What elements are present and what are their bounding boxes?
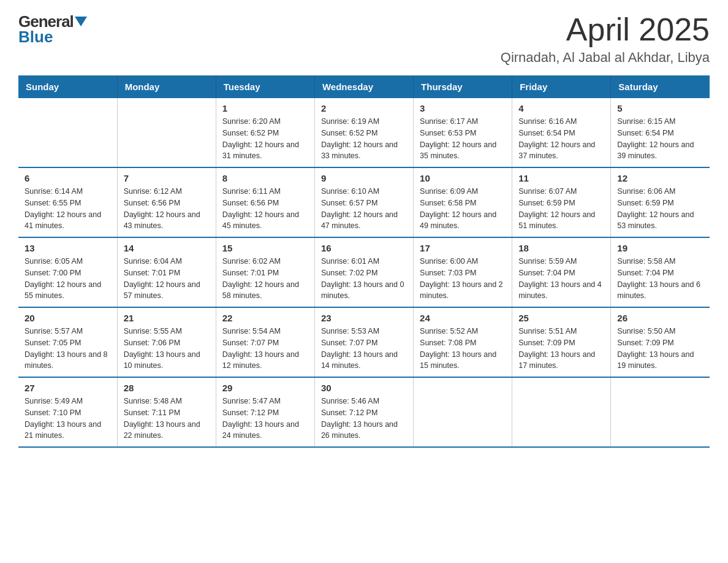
day-number: 17 [420, 243, 506, 253]
day-info: Sunrise: 6:19 AMSunset: 6:52 PMDaylight:… [321, 116, 407, 162]
day-number: 12 [617, 173, 703, 183]
day-number: 11 [518, 173, 604, 183]
calendar-cell: 13Sunrise: 6:05 AMSunset: 7:00 PMDayligh… [18, 237, 117, 307]
day-number: 13 [25, 243, 111, 253]
day-of-week-header: Monday [117, 75, 216, 98]
day-info: Sunrise: 5:48 AMSunset: 7:11 PMDaylight:… [124, 396, 210, 442]
day-info: Sunrise: 5:47 AMSunset: 7:12 PMDaylight:… [222, 396, 308, 442]
day-of-week-header: Sunday [18, 75, 117, 98]
calendar-header-row: SundayMondayTuesdayWednesdayThursdayFrid… [18, 75, 710, 98]
logo-blue-text: Blue [18, 29, 53, 45]
page-header: General Blue April 2025 Qirnadah, Al Jab… [18, 12, 710, 66]
day-of-week-header: Thursday [414, 75, 512, 98]
title-block: April 2025 Qirnadah, Al Jabal al Akhdar,… [501, 12, 710, 66]
day-number: 27 [25, 383, 111, 393]
logo: General Blue [18, 12, 87, 45]
day-info: Sunrise: 5:55 AMSunset: 7:06 PMDaylight:… [124, 326, 210, 372]
day-of-week-header: Wednesday [314, 75, 413, 98]
calendar-cell: 26Sunrise: 5:50 AMSunset: 7:09 PMDayligh… [611, 307, 710, 377]
day-number: 3 [420, 103, 506, 113]
day-number: 4 [518, 103, 604, 113]
day-number: 19 [617, 243, 703, 253]
day-number: 6 [25, 173, 111, 183]
day-info: Sunrise: 5:58 AMSunset: 7:04 PMDaylight:… [617, 256, 703, 302]
day-info: Sunrise: 5:59 AMSunset: 7:04 PMDaylight:… [518, 256, 604, 302]
calendar-cell: 30Sunrise: 5:46 AMSunset: 7:12 PMDayligh… [314, 377, 413, 447]
calendar-cell: 21Sunrise: 5:55 AMSunset: 7:06 PMDayligh… [117, 307, 216, 377]
day-info: Sunrise: 6:11 AMSunset: 6:56 PMDaylight:… [222, 186, 308, 232]
day-info: Sunrise: 5:49 AMSunset: 7:10 PMDaylight:… [25, 396, 111, 442]
day-info: Sunrise: 5:51 AMSunset: 7:09 PMDaylight:… [518, 326, 604, 372]
day-info: Sunrise: 5:53 AMSunset: 7:07 PMDaylight:… [321, 326, 407, 372]
calendar-cell: 17Sunrise: 6:00 AMSunset: 7:03 PMDayligh… [414, 237, 512, 307]
calendar-cell: 11Sunrise: 6:07 AMSunset: 6:59 PMDayligh… [512, 167, 611, 237]
day-number: 28 [124, 383, 210, 393]
day-info: Sunrise: 6:14 AMSunset: 6:55 PMDaylight:… [25, 186, 111, 232]
calendar-cell: 1Sunrise: 6:20 AMSunset: 6:52 PMDaylight… [216, 98, 314, 167]
day-info: Sunrise: 6:01 AMSunset: 7:02 PMDaylight:… [321, 256, 407, 302]
day-number: 30 [321, 383, 407, 393]
day-number: 22 [222, 313, 308, 323]
day-info: Sunrise: 6:20 AMSunset: 6:52 PMDaylight:… [222, 116, 308, 162]
calendar-cell: 2Sunrise: 6:19 AMSunset: 6:52 PMDaylight… [314, 98, 413, 167]
calendar-cell: 7Sunrise: 6:12 AMSunset: 6:56 PMDaylight… [117, 167, 216, 237]
day-of-week-header: Tuesday [216, 75, 314, 98]
calendar-week-row: 27Sunrise: 5:49 AMSunset: 7:10 PMDayligh… [18, 377, 710, 447]
calendar-cell [512, 377, 611, 447]
day-info: Sunrise: 6:00 AMSunset: 7:03 PMDaylight:… [420, 256, 506, 302]
calendar-cell: 15Sunrise: 6:02 AMSunset: 7:01 PMDayligh… [216, 237, 314, 307]
day-info: Sunrise: 6:16 AMSunset: 6:54 PMDaylight:… [518, 116, 604, 162]
day-info: Sunrise: 6:15 AMSunset: 6:54 PMDaylight:… [617, 116, 703, 162]
day-number: 20 [25, 313, 111, 323]
calendar-cell [414, 377, 512, 447]
day-number: 21 [124, 313, 210, 323]
calendar-cell: 9Sunrise: 6:10 AMSunset: 6:57 PMDaylight… [314, 167, 413, 237]
day-info: Sunrise: 6:02 AMSunset: 7:01 PMDaylight:… [222, 256, 308, 302]
calendar-week-row: 13Sunrise: 6:05 AMSunset: 7:00 PMDayligh… [18, 237, 710, 307]
logo-arrow-icon [75, 17, 87, 29]
day-number: 5 [617, 103, 703, 113]
calendar-cell: 29Sunrise: 5:47 AMSunset: 7:12 PMDayligh… [216, 377, 314, 447]
day-info: Sunrise: 5:46 AMSunset: 7:12 PMDaylight:… [321, 396, 407, 442]
calendar-table: SundayMondayTuesdayWednesdayThursdayFrid… [18, 75, 710, 448]
calendar-cell: 28Sunrise: 5:48 AMSunset: 7:11 PMDayligh… [117, 377, 216, 447]
day-number: 15 [222, 243, 308, 253]
day-number: 23 [321, 313, 407, 323]
calendar-week-row: 1Sunrise: 6:20 AMSunset: 6:52 PMDaylight… [18, 98, 710, 167]
page-title: April 2025 [501, 12, 710, 47]
day-info: Sunrise: 5:54 AMSunset: 7:07 PMDaylight:… [222, 326, 308, 372]
day-number: 9 [321, 173, 407, 183]
calendar-cell: 8Sunrise: 6:11 AMSunset: 6:56 PMDaylight… [216, 167, 314, 237]
calendar-cell [611, 377, 710, 447]
day-number: 24 [420, 313, 506, 323]
day-info: Sunrise: 6:10 AMSunset: 6:57 PMDaylight:… [321, 186, 407, 232]
day-info: Sunrise: 6:12 AMSunset: 6:56 PMDaylight:… [124, 186, 210, 232]
calendar-cell: 25Sunrise: 5:51 AMSunset: 7:09 PMDayligh… [512, 307, 611, 377]
svg-marker-0 [75, 17, 87, 26]
day-info: Sunrise: 5:57 AMSunset: 7:05 PMDaylight:… [25, 326, 111, 372]
calendar-cell: 20Sunrise: 5:57 AMSunset: 7:05 PMDayligh… [18, 307, 117, 377]
calendar-cell: 18Sunrise: 5:59 AMSunset: 7:04 PMDayligh… [512, 237, 611, 307]
day-info: Sunrise: 6:09 AMSunset: 6:58 PMDaylight:… [420, 186, 506, 232]
day-info: Sunrise: 5:52 AMSunset: 7:08 PMDaylight:… [420, 326, 506, 372]
calendar-cell [18, 98, 117, 167]
day-number: 1 [222, 103, 308, 113]
calendar-cell: 14Sunrise: 6:04 AMSunset: 7:01 PMDayligh… [117, 237, 216, 307]
day-info: Sunrise: 5:50 AMSunset: 7:09 PMDaylight:… [617, 326, 703, 372]
calendar-cell: 3Sunrise: 6:17 AMSunset: 6:53 PMDaylight… [414, 98, 512, 167]
calendar-cell: 12Sunrise: 6:06 AMSunset: 6:59 PMDayligh… [611, 167, 710, 237]
day-of-week-header: Friday [512, 75, 611, 98]
calendar-cell: 27Sunrise: 5:49 AMSunset: 7:10 PMDayligh… [18, 377, 117, 447]
calendar-cell: 5Sunrise: 6:15 AMSunset: 6:54 PMDaylight… [611, 98, 710, 167]
day-number: 29 [222, 383, 308, 393]
calendar-cell [117, 98, 216, 167]
day-number: 16 [321, 243, 407, 253]
calendar-cell: 6Sunrise: 6:14 AMSunset: 6:55 PMDaylight… [18, 167, 117, 237]
day-info: Sunrise: 6:06 AMSunset: 6:59 PMDaylight:… [617, 186, 703, 232]
day-number: 18 [518, 243, 604, 253]
calendar-week-row: 6Sunrise: 6:14 AMSunset: 6:55 PMDaylight… [18, 167, 710, 237]
page-subtitle: Qirnadah, Al Jabal al Akhdar, Libya [501, 50, 710, 66]
calendar-cell: 16Sunrise: 6:01 AMSunset: 7:02 PMDayligh… [314, 237, 413, 307]
day-number: 7 [124, 173, 210, 183]
day-number: 8 [222, 173, 308, 183]
